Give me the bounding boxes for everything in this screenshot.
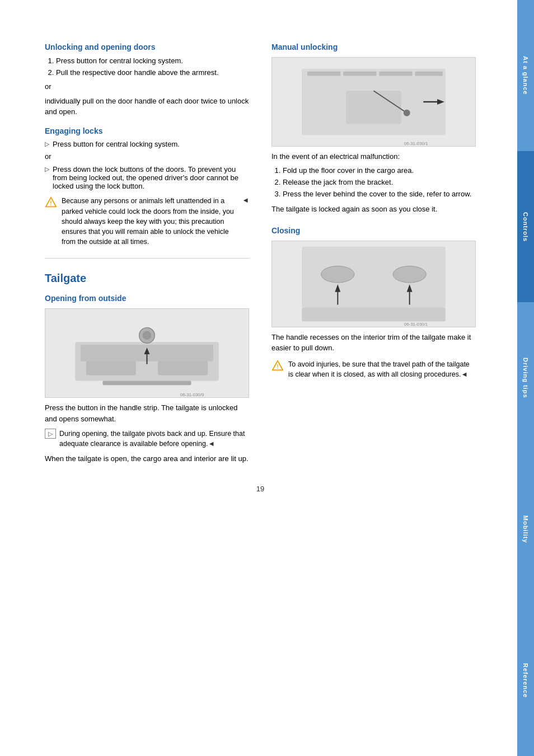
svg-text:06-31-030/1: 06-31-030/1 [404,141,428,146]
svg-point-24 [321,266,354,283]
tab-driving-label: Driving tips [522,358,529,398]
svg-text:!: ! [50,200,51,206]
unlocking-heading: Unlocking and opening doors [45,43,249,51]
svg-rect-8 [103,381,191,385]
svg-text:06-31-030/9: 06-31-030/9 [180,392,204,397]
svg-rect-15 [379,72,412,76]
end-mark-2: ◄ [208,440,214,448]
end-mark-3: ◄ [461,370,467,378]
manual-step-1: Fold up the floor cover in the cargo are… [283,166,476,176]
bullet-arrow-1: ▷ [45,140,49,148]
manual-step-3: Press the lever behind the cover to the … [283,189,476,199]
warning-icon-1: ! [45,196,57,209]
tab-driving[interactable]: Driving tips [517,302,534,453]
svg-point-19 [404,110,410,116]
tab-at-glance-label: At a glance [522,56,529,95]
tab-at-glance[interactable]: At a glance [517,0,534,151]
two-column-layout: Unlocking and opening doors Press button… [45,34,476,468]
warning-box-2: ! To avoid injuries, be sure that the tr… [271,359,476,379]
engaging-bullet-2-text: Press down the lock buttons of the doors… [53,165,249,190]
svg-rect-9 [86,361,136,375]
opening-outside-image: 06-31-030/9 [45,308,249,398]
divider [45,258,249,259]
unlocking-step-2: Pull the respective door handle above th… [56,68,249,78]
tab-mobility-label: Mobility [522,515,529,543]
svg-point-5 [143,331,152,340]
closing-desc: The handle recesses on the interior trim… [271,332,476,354]
tab-controls[interactable]: Controls [517,151,534,302]
unlocking-steps: Press button for central locking system.… [45,56,249,78]
page-number: 19 [45,485,476,493]
svg-rect-14 [343,72,376,76]
svg-rect-16 [415,72,443,76]
svg-point-25 [393,266,426,283]
warning-text-1: Because any persons or animals left unat… [62,196,237,247]
or-text-1: or [45,81,249,92]
svg-rect-13 [307,72,340,76]
manual-steps: Fold up the floor cover in the cargo are… [271,166,476,200]
svg-text:!: ! [277,363,278,369]
closing-heading: Closing [271,226,476,235]
closing-image: 06-31-030/1 [271,241,476,327]
unlocking-alt-text: individually pull on the door handle of … [45,96,249,118]
engaging-bullet-2: ▷ Press down the lock buttons of the doo… [45,165,249,190]
electrical-intro: In the event of an electrical malfunctio… [271,151,476,162]
manual-step-2: Release the jack from the bracket. [283,177,476,187]
svg-text:06-31-030/1: 06-31-030/1 [404,322,428,327]
opening-outside-heading: Opening from outside [45,294,249,303]
left-column: Unlocking and opening doors Press button… [45,34,249,468]
engaging-bullet-1-text: Press button for central locking system. [53,140,180,148]
right-column: Manual unlocking [271,34,476,468]
tab-mobility[interactable]: Mobility [517,454,534,605]
page-wrapper: Unlocking and opening doors Press button… [0,0,534,756]
right-tabs: At a glance Controls Driving tips Mobili… [517,0,534,756]
unlocking-step-1: Press button for central locking system. [56,56,249,66]
manual-unlock-image: 06-31-030/1 [271,57,476,147]
engaging-heading: Engaging locks [45,126,249,135]
svg-rect-10 [158,361,208,375]
note-text-1: During opening, the tailgate pivots back… [59,429,249,449]
main-content: Unlocking and opening doors Press button… [0,0,493,756]
warning-icon-2: ! [271,360,284,372]
engaging-bullet-1: ▷ Press button for central locking syste… [45,140,249,148]
note-box-1: ▷ During opening, the tailgate pivots ba… [45,429,249,449]
tailgate-heading: Tailgate [45,272,249,285]
warning-box-1: ! Because any persons or animals left un… [45,196,249,247]
tab-controls-label: Controls [522,212,529,242]
tab-reference[interactable]: Reference [517,605,534,756]
tab-reference-label: Reference [522,663,529,698]
tailgate-locked-text: The tailgate is locked again as soon as … [271,204,476,215]
svg-rect-30 [302,307,446,321]
manual-heading: Manual unlocking [271,43,476,51]
note-arrow-icon: ▷ [45,429,56,439]
when-open-text: When the tailgate is open, the cargo are… [45,453,249,464]
opening-text: Press the button in the handle strip. Th… [45,402,249,424]
bullet-arrow-2: ▷ [45,166,49,173]
end-mark-1: ◄ [242,196,249,204]
closing-warning-text: To avoid injuries, be sure that the trav… [288,359,476,379]
or-text-2: or [45,151,249,162]
svg-rect-17 [346,91,401,124]
